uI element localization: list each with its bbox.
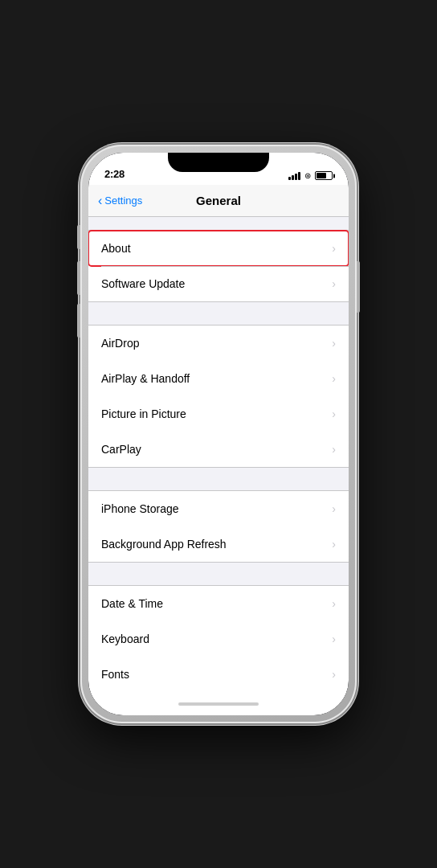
settings-row-background-refresh[interactable]: Background App Refresh › (88, 526, 349, 562)
section-gap-4 (88, 563, 349, 585)
settings-row-date-time[interactable]: Date & Time › (88, 586, 349, 621)
section-gap-3 (88, 468, 349, 490)
settings-content: About › Software Update › (88, 217, 349, 693)
mute-button[interactable] (77, 225, 80, 249)
settings-row-picture-in-picture[interactable]: Picture in Picture › (88, 396, 349, 432)
settings-row-language-region[interactable]: Language & Region › (88, 692, 349, 693)
software-update-label: Software Update (101, 277, 185, 290)
about-chevron-icon: › (332, 242, 336, 255)
signal-bar-3 (295, 174, 297, 180)
about-label: About (101, 242, 131, 255)
pip-right: › (332, 407, 336, 420)
settings-row-carplay[interactable]: CarPlay › (88, 432, 349, 467)
fonts-right: › (332, 668, 336, 681)
phone-screen: 2:28 ⊛ ‹ Set (88, 153, 349, 715)
signal-bar-2 (292, 175, 294, 180)
home-indicator (88, 693, 349, 715)
back-label: Settings (104, 194, 142, 207)
airdrop-right: › (332, 337, 336, 350)
date-time-right: › (332, 597, 336, 610)
volume-up-button[interactable] (77, 261, 80, 295)
wifi-icon: ⊛ (304, 171, 311, 180)
power-button[interactable] (357, 261, 360, 313)
keyboard-right: › (332, 633, 336, 645)
iphone-storage-chevron-icon: › (332, 502, 336, 515)
volume-down-button[interactable] (77, 304, 80, 338)
date-time-label: Date & Time (101, 597, 163, 610)
bg-refresh-label: Background App Refresh (101, 538, 227, 551)
airplay-chevron-icon: › (332, 372, 336, 385)
home-bar (178, 702, 259, 706)
keyboard-chevron-icon: › (332, 633, 336, 645)
settings-group-locale: Date & Time › Keyboard › Fonts (88, 585, 349, 693)
section-gap-2 (88, 302, 349, 325)
battery-fill (317, 173, 326, 178)
notch (168, 153, 269, 172)
airplay-handoff-label: AirPlay & Handoff (101, 372, 190, 385)
software-update-chevron-icon: › (332, 277, 336, 290)
settings-row-about[interactable]: About › (88, 231, 349, 266)
fonts-label: Fonts (101, 668, 129, 681)
airdrop-chevron-icon: › (332, 337, 336, 350)
software-update-right: › (332, 277, 336, 290)
settings-group-storage: iPhone Storage › Background App Refresh … (88, 490, 349, 563)
keyboard-label: Keyboard (101, 633, 149, 645)
screen-content: 2:28 ⊛ ‹ Set (88, 153, 349, 715)
carplay-chevron-icon: › (332, 443, 336, 456)
airplay-right: › (332, 372, 336, 385)
phone-frame: 2:28 ⊛ ‹ Set (80, 145, 357, 723)
back-chevron-icon: ‹ (98, 194, 102, 208)
settings-row-fonts[interactable]: Fonts › (88, 657, 349, 692)
carplay-label: CarPlay (101, 443, 141, 456)
signal-bar-4 (298, 172, 300, 180)
signal-bars-icon (288, 172, 300, 180)
settings-row-airdrop[interactable]: AirDrop › (88, 326, 349, 361)
battery-icon (315, 171, 333, 180)
page-title: General (196, 194, 241, 207)
status-icons: ⊛ (288, 171, 333, 180)
signal-bar-1 (288, 177, 291, 180)
back-button[interactable]: ‹ Settings (98, 194, 142, 208)
pip-label: Picture in Picture (101, 407, 186, 420)
settings-row-airplay-handoff[interactable]: AirPlay & Handoff › (88, 361, 349, 396)
fonts-chevron-icon: › (332, 668, 336, 681)
iphone-storage-right: › (332, 502, 336, 515)
status-time: 2:28 (104, 168, 125, 180)
settings-row-keyboard[interactable]: Keyboard › (88, 621, 349, 657)
iphone-storage-label: iPhone Storage (101, 502, 179, 515)
section-gap-1 (88, 217, 349, 230)
airdrop-label: AirDrop (101, 337, 139, 350)
navigation-bar: ‹ Settings General (88, 185, 349, 217)
settings-row-software-update[interactable]: Software Update › (88, 266, 349, 301)
settings-row-iphone-storage[interactable]: iPhone Storage › (88, 491, 349, 526)
about-right: › (332, 242, 336, 255)
settings-group-about: About › Software Update › (88, 230, 349, 302)
settings-group-connectivity: AirDrop › AirPlay & Handoff › Picture in… (88, 325, 349, 468)
bg-refresh-chevron-icon: › (332, 538, 336, 551)
carplay-right: › (332, 443, 336, 456)
bg-refresh-right: › (332, 538, 336, 551)
pip-chevron-icon: › (332, 407, 336, 420)
date-time-chevron-icon: › (332, 597, 336, 610)
